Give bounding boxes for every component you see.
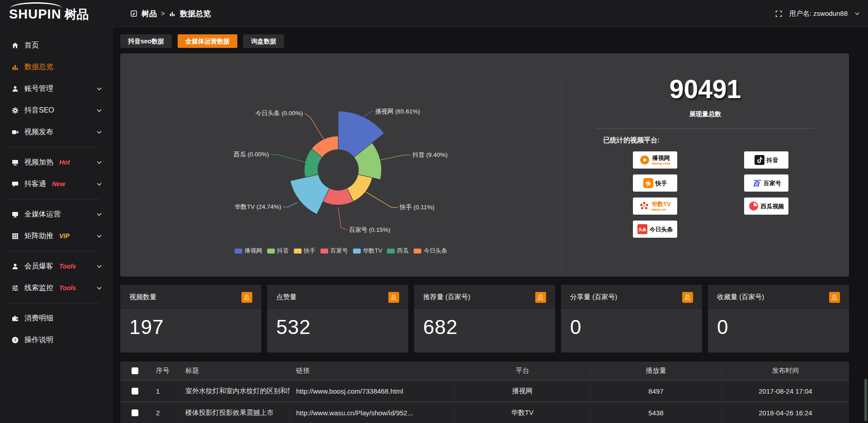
pie-slice-1[interactable] <box>338 111 384 157</box>
cell-title-link[interactable]: 室外水纹灯和室内水纹灯的区别和简介 <box>179 381 289 401</box>
sidebar-item-2[interactable]: 数据总览 <box>0 56 113 78</box>
stat-card-title: 分享量 (百家号) <box>570 293 617 301</box>
sidebar-item-10[interactable]: 会员爆客Tools <box>0 255 113 277</box>
sidebar-item-badge: Tools <box>59 284 76 291</box>
legend-label: 播视网 <box>245 247 262 255</box>
platform-name: 快手 <box>656 180 667 186</box>
sidebar-item-11[interactable]: 线索监控Tools <box>0 277 113 299</box>
pie-slice-5[interactable] <box>290 174 330 214</box>
stat-card-header: 分享量 (百家号)总 <box>561 285 702 310</box>
sliders-icon <box>11 284 19 292</box>
baijiahao-logo-icon: 百 <box>751 178 761 188</box>
legend-item-6[interactable]: 西瓜 <box>387 247 409 255</box>
cell-published: 2018-04-26 16:24 <box>722 402 849 423</box>
platform-name: 华数TV <box>651 201 671 207</box>
sidebar-item-badge: Hot <box>59 159 70 166</box>
platform-badge-kuaishou: 快快手 <box>633 174 677 192</box>
sidebar-item-label: 线索监控 <box>24 283 53 293</box>
logo-latin: SHUPIN <box>9 7 61 22</box>
platform-badge-douyin: 抖音 <box>744 151 788 169</box>
breadcrumb-current: 数据总览 <box>180 9 211 19</box>
fullscreen-icon[interactable] <box>775 10 783 18</box>
stat-card-title: 视频数量 <box>129 293 156 301</box>
chevron-down-icon <box>96 263 102 269</box>
sidebar-item-13[interactable]: ?操作说明 <box>0 329 113 351</box>
platform-name: 百家号 <box>764 180 781 186</box>
platform-column-2: 抖音百百家号西瓜视频 <box>744 151 788 238</box>
page-scrollbar-thumb[interactable] <box>864 379 867 421</box>
rose-pie-chart[interactable]: 播视网 (65.61%)抖音 (9.40%)快手 (0.11%)百家号 (0.1… <box>120 53 561 277</box>
sidebar-item-1[interactable]: 首页 <box>0 34 113 56</box>
legend-item-7[interactable]: 今日头条 <box>414 247 447 255</box>
sidebar-item-9[interactable]: 矩阵助推VIP <box>0 225 113 247</box>
platform-name: 今日头条 <box>650 226 673 232</box>
legend-color-chip <box>294 249 302 254</box>
sidebar-item-5[interactable]: 视频发布 <box>0 121 113 143</box>
pie-label: 抖音 (9.40%) <box>412 151 448 158</box>
stat-card-header: 收藏量 (百家号)总 <box>708 285 849 310</box>
legend-color-chip <box>387 249 395 254</box>
pie-label-line <box>365 192 398 207</box>
legend-color-chip <box>321 249 328 254</box>
legend-item-5[interactable]: 华数TV <box>353 247 382 255</box>
legend-label: 百家号 <box>330 247 348 255</box>
legend-label: 西瓜 <box>397 247 409 255</box>
legend-color-chip <box>414 249 421 254</box>
pie-label: 百家号 (0.15%) <box>349 226 391 233</box>
row-checkbox[interactable] <box>132 409 138 416</box>
legend-item-3[interactable]: 快手 <box>294 247 316 255</box>
sidebar-divider <box>8 303 99 303</box>
sidebar-item-4[interactable]: 抖音SEO <box>0 99 113 121</box>
pie-label: 快手 (0.11%) <box>399 204 434 211</box>
sidebar-divider <box>8 147 99 147</box>
tab-3[interactable]: 询盘数据 <box>243 34 284 48</box>
legend-item-4[interactable]: 百家号 <box>321 247 348 255</box>
pie-label: 播视网 (65.61%) <box>375 108 420 115</box>
tab-1[interactable]: 抖音seo数据 <box>120 34 172 48</box>
svg-text:快: 快 <box>645 181 651 186</box>
cell-plays: 5438 <box>590 402 722 423</box>
legend-item-1[interactable]: 播视网 <box>235 247 262 255</box>
cell-url-link[interactable]: http://www.wasu.cn/Play/show/id/952... <box>289 402 454 423</box>
stat-card-4: 分享量 (百家号)总0 <box>561 285 702 352</box>
table-header-cell: 播放量 <box>590 362 722 380</box>
sidebar-item-8[interactable]: 全媒体运营 <box>0 203 113 225</box>
stat-card-title: 点赞量 <box>276 293 297 301</box>
table-header-cell: 发布时间 <box>722 362 849 380</box>
sidebar-item-12[interactable]: 消费明细 <box>0 307 113 329</box>
cell-plays: 8497 <box>590 381 722 401</box>
table-row-1: 1室外水纹灯和室内水纹灯的区别和简介http://www.boosj.com/7… <box>120 381 849 402</box>
sidebar-item-badge: Tools <box>59 263 76 270</box>
cell-title-link[interactable]: 楼体投影灯投影效果震撼上市 <box>179 402 289 423</box>
platform-badge-baijiahao: 百百家号 <box>744 174 788 192</box>
chevron-down-icon <box>96 129 102 135</box>
pie-label-line <box>338 207 347 230</box>
sidebar-item-6[interactable]: 视频加热Hot <box>0 151 113 173</box>
chevron-down-icon <box>96 86 102 92</box>
sidebar-item-3[interactable]: 账号管理 <box>0 78 113 99</box>
username[interactable]: 用户名: zswodun88 <box>789 9 848 18</box>
breadcrumb-home[interactable]: 树品 <box>142 9 157 19</box>
stat-card-header: 点赞量总 <box>267 285 408 310</box>
svg-text:头条: 头条 <box>638 227 646 232</box>
cell-url-link[interactable]: http://www.boosj.com/7338468.html <box>289 381 454 401</box>
total-badge: 总 <box>682 292 693 303</box>
topbar: SHUPIN 树品 树品 > 数据总览 用户名: zswodun88 <box>0 0 868 27</box>
svg-text:百: 百 <box>753 179 761 187</box>
cell-published: 2017-08-24 17:04 <box>722 381 849 401</box>
total-badge: 总 <box>535 292 546 303</box>
pie-label-line <box>305 113 324 139</box>
sidebar-item-label: 全媒体运营 <box>24 210 61 219</box>
sidebar-item-badge: New <box>52 180 65 188</box>
legend-item-2[interactable]: 抖音 <box>267 247 289 255</box>
chevron-down-icon[interactable] <box>854 11 860 16</box>
sidebar-item-label: 会员爆客 <box>24 262 53 271</box>
sidebar-item-7[interactable]: 抖客通New <box>0 173 113 195</box>
row-checkbox[interactable] <box>132 388 138 395</box>
platform-badge-boosj: 播视网boosj.com <box>633 151 677 169</box>
tab-2[interactable]: 全媒体运营数据 <box>178 34 237 48</box>
video-icon <box>11 128 19 136</box>
table-header-row: 序号标题链接平台播放量发布时间 <box>120 362 849 381</box>
sidebar-divider <box>8 199 99 199</box>
select-all-checkbox[interactable] <box>132 367 138 374</box>
